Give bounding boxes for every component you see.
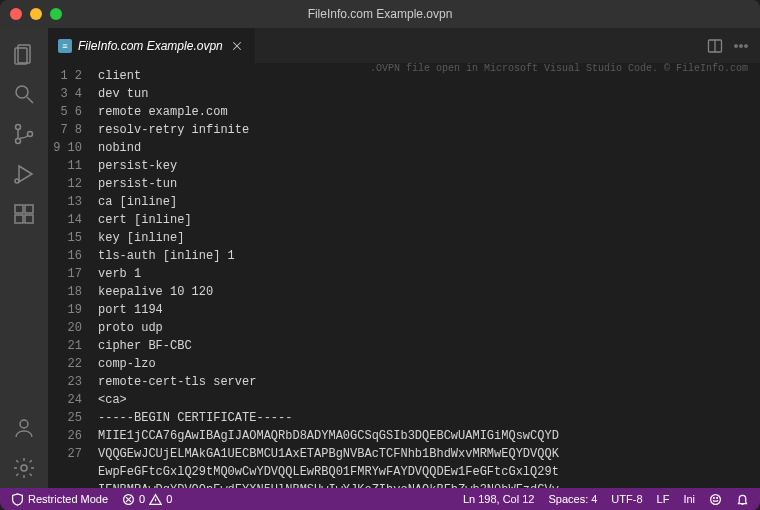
search-icon[interactable] — [0, 74, 48, 114]
svg-point-4 — [16, 125, 21, 130]
window-title: FileInfo.com Example.ovpn — [308, 7, 453, 21]
main-area: ≡ FileInfo.com Example.ovpn .OVPN file o… — [0, 28, 760, 488]
minimize-window-button[interactable] — [30, 8, 42, 20]
svg-rect-11 — [25, 215, 33, 223]
language-mode-button[interactable]: Ini — [678, 488, 700, 510]
svg-marker-7 — [19, 166, 32, 182]
svg-point-27 — [713, 497, 714, 498]
line-numbers: 1 2 3 4 5 6 7 8 9 10 11 12 13 14 15 16 1… — [48, 67, 98, 488]
activity-bar — [0, 28, 48, 488]
encoding-button[interactable]: UTF-8 — [606, 488, 647, 510]
status-bar: Restricted Mode 0 0 Ln 198, Col 12 Space… — [0, 488, 760, 510]
tab-active[interactable]: ≡ FileInfo.com Example.ovpn — [48, 28, 255, 63]
errors-count: 0 — [139, 493, 145, 505]
svg-point-19 — [735, 44, 737, 46]
eol-button[interactable]: LF — [652, 488, 675, 510]
restricted-mode-button[interactable]: Restricted Mode — [6, 488, 113, 510]
split-editor-icon[interactable] — [704, 35, 726, 57]
indentation-button[interactable]: Spaces: 4 — [543, 488, 602, 510]
svg-point-26 — [711, 494, 721, 504]
problems-button[interactable]: 0 0 — [117, 488, 177, 510]
editor-group: ≡ FileInfo.com Example.ovpn .OVPN file o… — [48, 28, 760, 488]
explorer-icon[interactable] — [0, 34, 48, 74]
title-bar: FileInfo.com Example.ovpn — [0, 0, 760, 28]
svg-rect-9 — [15, 205, 23, 213]
svg-point-8 — [15, 179, 19, 183]
cursor-position-button[interactable]: Ln 198, Col 12 — [458, 488, 540, 510]
warnings-count: 0 — [166, 493, 172, 505]
settings-gear-icon[interactable] — [0, 448, 48, 488]
more-actions-icon[interactable] — [730, 35, 752, 57]
svg-point-21 — [745, 44, 747, 46]
tabs-bar: ≡ FileInfo.com Example.ovpn — [48, 28, 760, 63]
extensions-icon[interactable] — [0, 194, 48, 234]
close-tab-icon[interactable] — [229, 38, 245, 54]
editor[interactable]: .OVPN file open in Microsoft Visual Stud… — [48, 63, 760, 488]
tab-label: FileInfo.com Example.ovpn — [78, 39, 223, 53]
svg-rect-1 — [15, 48, 27, 64]
restricted-mode-label: Restricted Mode — [28, 493, 108, 505]
svg-rect-10 — [15, 215, 23, 223]
tab-actions — [704, 35, 760, 57]
svg-point-2 — [16, 86, 28, 98]
svg-point-20 — [740, 44, 742, 46]
accounts-icon[interactable] — [0, 408, 48, 448]
svg-rect-12 — [25, 205, 33, 213]
svg-point-14 — [21, 465, 27, 471]
svg-line-3 — [27, 97, 33, 103]
run-debug-icon[interactable] — [0, 154, 48, 194]
code-content[interactable]: client dev tun remote example.com resolv… — [98, 67, 760, 488]
feedback-icon[interactable] — [704, 488, 727, 510]
svg-point-28 — [717, 497, 718, 498]
svg-point-13 — [20, 420, 28, 428]
zoom-window-button[interactable] — [50, 8, 62, 20]
svg-point-5 — [16, 139, 21, 144]
notifications-bell-icon[interactable] — [731, 488, 754, 510]
file-type-icon: ≡ — [58, 39, 72, 53]
close-window-button[interactable] — [10, 8, 22, 20]
source-control-icon[interactable] — [0, 114, 48, 154]
window-controls — [10, 8, 62, 20]
